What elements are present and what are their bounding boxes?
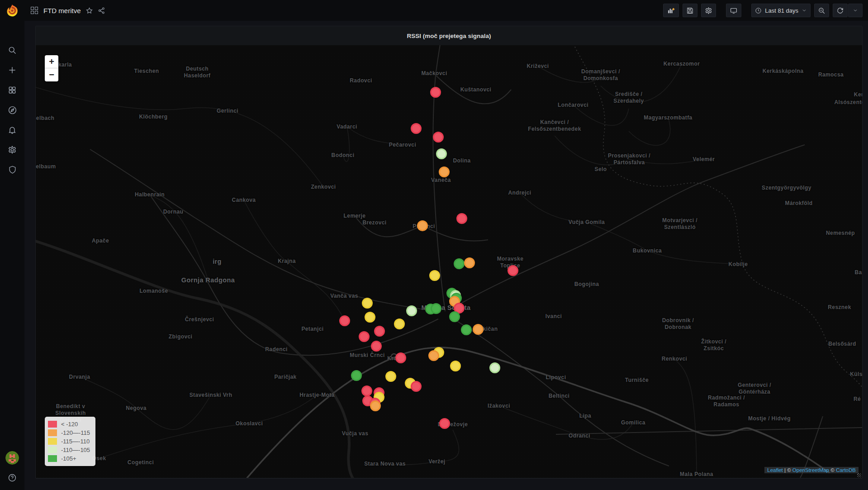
- map-point[interactable]: [461, 324, 472, 335]
- attribution-link[interactable]: CartoDB: [836, 467, 856, 473]
- legend-color-swatch: [48, 421, 57, 428]
- time-range-picker[interactable]: Last 81 days: [751, 4, 811, 17]
- dashboards-grid-icon[interactable]: [4, 83, 21, 97]
- zoom-out-button[interactable]: −: [45, 68, 58, 81]
- map-point[interactable]: [454, 258, 465, 269]
- map-place-label: Velemér: [693, 156, 715, 163]
- map-legend: < -120-120—-115-115—-110-110—-105-105+: [45, 417, 95, 466]
- map-place-label: Lemerje: [344, 213, 366, 219]
- map-place-label: irg: [213, 257, 222, 266]
- map-place-label: Selo: [595, 166, 607, 173]
- map-point[interactable]: [450, 361, 461, 371]
- cycle-view-tv-button[interactable]: [726, 4, 741, 17]
- legend-color-swatch: [48, 438, 57, 445]
- map-place-label: Radenci: [265, 346, 287, 353]
- map-point[interactable]: [339, 315, 350, 326]
- map-point[interactable]: [394, 319, 405, 329]
- alerting-bell-icon[interactable]: [4, 123, 21, 137]
- map-point[interactable]: [359, 331, 370, 342]
- map-place-label: Bogojina: [574, 281, 599, 288]
- legend-item: -120—-115: [48, 428, 90, 437]
- create-plus-icon[interactable]: [4, 63, 21, 77]
- map-point[interactable]: [411, 381, 422, 392]
- add-panel-button[interactable]: [663, 4, 679, 17]
- map-point[interactable]: [430, 87, 441, 98]
- map-point[interactable]: [374, 326, 385, 337]
- map-point[interactable]: [439, 418, 450, 429]
- map-place-label: Kobilje: [729, 261, 748, 268]
- map-point[interactable]: [436, 148, 447, 159]
- map-attribution: Leaflet | © OpenStreetMap © CartoDB: [764, 467, 859, 473]
- grafana-logo[interactable]: [0, 0, 24, 21]
- top-navigation-bar: FTD meritve Last 81 days: [24, 0, 868, 21]
- map-point[interactable]: [361, 385, 372, 396]
- map-point[interactable]: [395, 352, 406, 363]
- map-point[interactable]: [362, 298, 373, 309]
- map-point[interactable]: [411, 123, 422, 134]
- map-place-label: Radovci: [350, 77, 372, 84]
- map-point[interactable]: [449, 311, 460, 322]
- attribution-link[interactable]: OpenStreetMap: [792, 467, 829, 473]
- map-place-label: Apače: [92, 238, 109, 244]
- map-place-label: Petanjci: [301, 326, 323, 333]
- map-point[interactable]: [489, 362, 500, 373]
- map-place-label: Krajna: [278, 258, 296, 265]
- map-place-label: Alsószenterzsé: [835, 99, 862, 106]
- search-icon[interactable]: [4, 43, 21, 57]
- map-point[interactable]: [508, 265, 518, 276]
- map-point[interactable]: [351, 370, 362, 381]
- map-point[interactable]: [456, 213, 467, 224]
- explore-compass-icon[interactable]: [4, 103, 21, 117]
- map-place-label: Magyarszombatfa: [644, 114, 692, 121]
- map-point[interactable]: [464, 257, 475, 268]
- legend-item: -110—-105: [48, 446, 90, 454]
- map-point[interactable]: [431, 303, 441, 314]
- map-point[interactable]: [429, 270, 440, 281]
- share-icon[interactable]: [98, 7, 105, 14]
- map-point[interactable]: [473, 324, 484, 335]
- attribution-text: ©: [829, 467, 836, 473]
- legend-color-swatch: [48, 447, 57, 453]
- map-point[interactable]: [370, 400, 381, 411]
- map-place-label: Ramocsa: [818, 71, 844, 78]
- map-place-label: Turnišče: [625, 377, 649, 384]
- legend-label: < -120: [61, 421, 78, 428]
- attribution-text: | ©: [783, 467, 792, 473]
- map-point[interactable]: [439, 167, 450, 177]
- attribution-link[interactable]: Leaflet: [767, 467, 783, 473]
- map-point[interactable]: [433, 132, 444, 143]
- help-icon[interactable]: [4, 471, 21, 485]
- map-place-label: Vaneča: [431, 177, 451, 184]
- map-point[interactable]: [385, 371, 396, 382]
- avatar-image: [5, 451, 19, 465]
- refresh-button[interactable]: [833, 4, 848, 17]
- refresh-interval-dropdown[interactable]: [848, 4, 863, 17]
- favorite-star-icon[interactable]: [85, 7, 93, 14]
- map-place-label: Prosenjakovci / Pártosfalva: [608, 152, 650, 166]
- map-point[interactable]: [417, 220, 428, 231]
- panel-resize-handle[interactable]: [857, 473, 861, 477]
- map-place-label: Nemesnép: [826, 230, 855, 237]
- map-place-label: Halbenrain: [135, 191, 165, 198]
- leaflet-map[interactable]: berkarlaaselbachixelbaumTieschenDeutsch …: [36, 45, 862, 478]
- legend-color-swatch: [48, 455, 57, 462]
- map-place-label: Gerlinci: [217, 108, 238, 114]
- zoom-in-button[interactable]: +: [45, 55, 58, 68]
- zoom-out-time-button[interactable]: [814, 4, 829, 17]
- user-avatar[interactable]: [5, 451, 19, 465]
- map-place-label: Bas: [854, 269, 862, 276]
- map-place-label: Pečarovci: [389, 142, 416, 148]
- map-place-label: Deutsch Haseldorf: [184, 66, 211, 79]
- panel-header[interactable]: RSSI (moč prejetega signala): [36, 26, 862, 45]
- map-point[interactable]: [371, 341, 382, 352]
- map-point[interactable]: [406, 305, 417, 316]
- map-point[interactable]: [428, 350, 439, 361]
- save-dashboard-button[interactable]: [683, 4, 697, 17]
- server-admin-shield-icon[interactable]: [4, 163, 21, 176]
- map-place-label: Odranci: [569, 433, 590, 439]
- map-place-label: Küls: [850, 371, 862, 378]
- dashboard-title[interactable]: FTD meritve: [43, 7, 81, 14]
- dashboard-settings-button[interactable]: [701, 4, 716, 17]
- map-point[interactable]: [365, 312, 375, 323]
- configuration-gear-icon[interactable]: [4, 143, 21, 157]
